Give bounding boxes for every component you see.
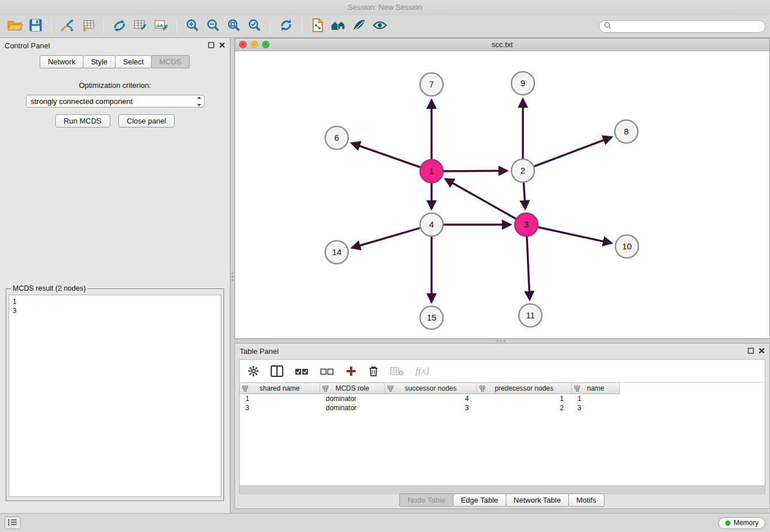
graph-node-label: 8 — [624, 126, 629, 136]
criterion-dropdown[interactable]: strongly connected component — [26, 95, 205, 107]
tab-network[interactable]: Network — [40, 55, 83, 68]
import-table-button[interactable] — [78, 17, 98, 36]
dropdown-arrows-icon — [197, 97, 202, 106]
graph-edge-1-6[interactable] — [352, 143, 420, 167]
graph-node-label: 15 — [427, 313, 437, 322]
table-cell: 3 — [240, 403, 320, 413]
style-brush-button[interactable] — [349, 17, 369, 36]
table-hscroll-area[interactable] — [239, 486, 765, 494]
mcds-result-list[interactable]: 13 — [9, 295, 221, 497]
export-table-button[interactable] — [130, 17, 151, 36]
select-all-button[interactable] — [295, 367, 309, 376]
zoom-in-button[interactable] — [182, 17, 203, 36]
open-file-button[interactable] — [5, 17, 25, 36]
refresh-button[interactable] — [276, 17, 297, 36]
graph-edge-2-8[interactable] — [534, 137, 611, 167]
graph-node-label: 3 — [524, 219, 529, 229]
show-hide-button[interactable] — [369, 17, 390, 36]
toolbar-separator — [103, 19, 104, 34]
graph-edge-1-2[interactable] — [444, 171, 507, 171]
close-panel-icon[interactable] — [219, 41, 225, 50]
export-image-icon — [153, 18, 168, 35]
table-toolbar: f(x) — [240, 360, 765, 383]
list-icon — [8, 518, 17, 528]
zoom-fit-icon — [226, 18, 241, 35]
style-brush-icon — [352, 18, 367, 34]
close-table-panel-icon[interactable] — [759, 347, 765, 356]
control-panel-tabs: NetworkStyleSelectMCDS — [0, 55, 230, 68]
zoom-selected-icon — [247, 18, 262, 35]
graph-node-label: 6 — [334, 133, 339, 142]
status-bar: Memory — [0, 513, 770, 532]
search-input[interactable] — [614, 22, 760, 30]
table-row[interactable]: 1dominator411 — [240, 394, 765, 403]
main-toolbar — [0, 15, 770, 38]
tab-edge-table[interactable]: Edge Table — [453, 494, 506, 507]
delete-column-button[interactable] — [390, 366, 404, 376]
close-panel-button[interactable]: Close panel — [118, 114, 175, 128]
float-table-panel-icon[interactable] — [748, 347, 754, 356]
criterion-dropdown-value: strongly connected component — [31, 97, 133, 106]
tab-style[interactable]: Style — [83, 55, 116, 68]
mcds-result-title: MCDS result (2 nodes) — [11, 284, 87, 292]
network-graph[interactable]: 7968124314101511 — [235, 51, 769, 338]
column-header-shared-name[interactable]: shared name — [240, 383, 320, 394]
table-cell: 2 — [477, 403, 572, 413]
tab-select[interactable]: Select — [115, 55, 152, 68]
graph-edge-3-10[interactable] — [538, 228, 611, 244]
toggle-columns-button[interactable] — [271, 365, 283, 377]
horizontal-splitter-handle[interactable] — [493, 339, 508, 343]
network-canvas[interactable]: 7968124314101511 — [235, 51, 769, 338]
table-settings-button[interactable] — [248, 365, 259, 377]
zoom-selected-button[interactable] — [244, 17, 265, 36]
zoom-out-icon — [206, 18, 221, 35]
network-arrows-button[interactable] — [109, 17, 130, 36]
toolbar-separator — [176, 19, 177, 34]
zoom-out-button[interactable] — [203, 17, 224, 36]
delete-row-button[interactable] — [368, 365, 379, 377]
home-button[interactable] — [328, 17, 349, 36]
tab-node-table[interactable]: Node Table — [399, 494, 453, 507]
task-history-button[interactable] — [5, 516, 21, 529]
column-header-successor-nodes[interactable]: successor nodes — [385, 383, 477, 394]
graph-edge-4-14[interactable] — [352, 228, 420, 248]
apply-function-button[interactable]: f(x) — [415, 365, 429, 377]
memory-label: Memory — [734, 519, 759, 527]
deselect-all-button[interactable] — [320, 367, 334, 376]
column-header-name[interactable]: name — [572, 383, 620, 394]
window-title: Session: New Session — [0, 0, 770, 15]
graph-node-label: 2 — [521, 165, 525, 175]
memory-button[interactable]: Memory — [718, 517, 765, 529]
float-panel-icon[interactable] — [208, 41, 214, 50]
table-row[interactable]: 3dominator323 — [240, 403, 765, 413]
optimization-criterion-label: Optimization criterion: — [0, 81, 230, 90]
graph-edge-3-1[interactable] — [445, 179, 515, 219]
table-cell: 1 — [240, 394, 320, 403]
tab-network-table[interactable]: Network Table — [506, 494, 569, 507]
tab-motifs[interactable]: Motifs — [568, 494, 605, 507]
import-network-button[interactable] — [57, 17, 78, 36]
column-header-predecessor-nodes[interactable]: predecessor nodes — [477, 383, 572, 394]
graph-node-label: 11 — [526, 310, 535, 320]
network-arrows-icon — [112, 18, 127, 35]
import-network-icon — [60, 18, 75, 35]
zoom-fit-button[interactable] — [224, 17, 244, 36]
graph-node-label: 9 — [521, 78, 525, 88]
network-window-titlebar[interactable]: scc.txt × − + — [235, 38, 769, 51]
save-session-button[interactable] — [25, 17, 46, 36]
graph-edge-2-3[interactable] — [523, 183, 525, 209]
tab-mcds[interactable]: MCDS — [151, 55, 189, 68]
table-panel-title: Table Panel — [240, 347, 279, 356]
toolbar-separator — [51, 19, 52, 34]
run-mcds-button[interactable]: Run MCDS — [55, 114, 110, 128]
vertical-splitter-handle[interactable] — [230, 269, 234, 284]
mcds-result-item: 3 — [13, 306, 217, 315]
table-cell: 4 — [385, 394, 477, 403]
network-document-button[interactable] — [307, 17, 328, 36]
home-icon — [330, 18, 347, 34]
add-column-button[interactable] — [345, 365, 357, 377]
graph-node-label: 7 — [429, 79, 434, 89]
column-header-mcds-role[interactable]: MCDS role — [320, 383, 385, 394]
graph-edge-3-11[interactable] — [527, 237, 530, 299]
export-image-button[interactable] — [151, 17, 171, 36]
